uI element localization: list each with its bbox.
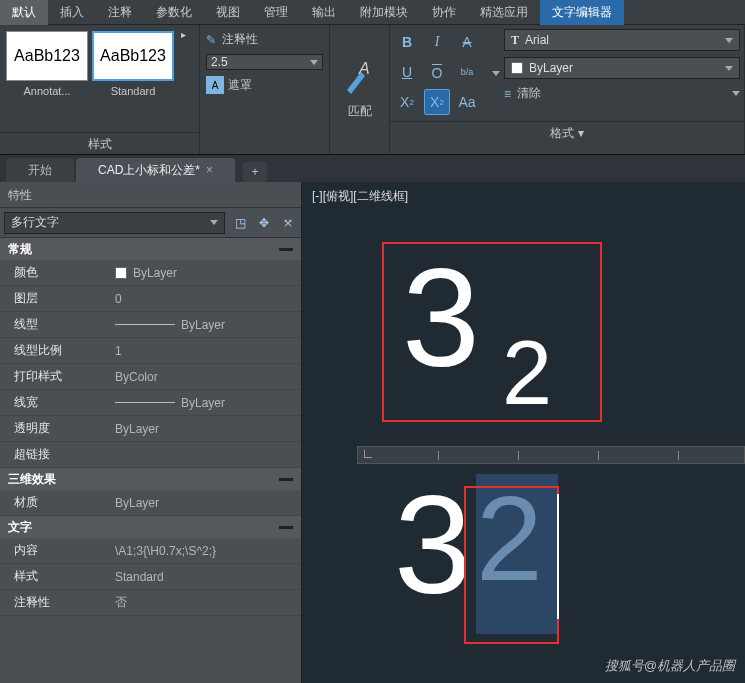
scale-value: 2.5: [211, 55, 228, 69]
property-value[interactable]: \A1;3{\H0.7x;\S^2;}: [115, 544, 301, 558]
quick-select-icon[interactable]: ◳: [231, 214, 249, 232]
case-dropdown-icon[interactable]: [492, 71, 500, 76]
property-row[interactable]: 线宽ByLayer: [0, 390, 301, 416]
property-row[interactable]: 线型ByLayer: [0, 312, 301, 338]
property-row[interactable]: 图层0: [0, 286, 301, 312]
menu-view[interactable]: 视图: [204, 0, 252, 25]
font-value: Arial: [525, 33, 549, 47]
property-value[interactable]: 1: [115, 344, 301, 358]
strike-icon[interactable]: A: [454, 29, 480, 55]
color-select[interactable]: ByLayer: [504, 57, 740, 79]
dropdown-icon: [725, 66, 733, 71]
property-row[interactable]: 内容\A1;3{\H0.7x;\S^2;}: [0, 538, 301, 564]
annotative-label: 注释性: [222, 31, 258, 48]
scale-select[interactable]: 2.5: [206, 54, 323, 70]
property-row[interactable]: 透明度ByLayer: [0, 416, 301, 442]
document-tabs: 开始 CAD上小标和公差* × +: [0, 155, 745, 182]
viewport-label[interactable]: [-][俯视][二维线框]: [312, 188, 408, 205]
tab-document[interactable]: CAD上小标和公差* ×: [76, 158, 235, 182]
object-type-value: 多行文字: [11, 214, 59, 231]
menu-default[interactable]: 默认: [0, 0, 48, 25]
section-general[interactable]: 常规: [0, 238, 301, 260]
menu-featured[interactable]: 精选应用: [468, 0, 540, 25]
property-label: 样式: [0, 568, 115, 585]
property-value[interactable]: ByLayer: [115, 266, 301, 280]
mask-icon[interactable]: A: [206, 76, 224, 94]
tab-start[interactable]: 开始: [6, 158, 74, 182]
style-standard[interactable]: AaBb123: [92, 31, 174, 81]
property-value[interactable]: ByColor: [115, 370, 301, 384]
highlight-box-2: [464, 486, 559, 644]
property-row[interactable]: 注释性否: [0, 590, 301, 616]
text-editor-ruler[interactable]: [357, 446, 745, 464]
panel-format-title[interactable]: 格式 ▾: [390, 121, 744, 143]
property-value[interactable]: ByLayer: [115, 318, 301, 332]
panel-styles-title: 样式: [0, 132, 199, 154]
ribbon: AaBb123 Annotat... AaBb123 Standard ▸ 样式…: [0, 25, 745, 155]
object-type-select[interactable]: 多行文字: [4, 212, 225, 234]
menu-annotate[interactable]: 注释: [96, 0, 144, 25]
changecase-icon[interactable]: Aa: [454, 89, 480, 115]
menu-output[interactable]: 输出: [300, 0, 348, 25]
menu-collab[interactable]: 协作: [420, 0, 468, 25]
panel-annotation: ✎ 注释性 2.5 A 遮罩: [200, 25, 330, 154]
tab-document-label: CAD上小标和公差*: [98, 158, 200, 182]
style-annotative[interactable]: AaBb123: [6, 31, 88, 81]
section-effect-label: 三维效果: [8, 471, 56, 488]
toggle-pick-icon[interactable]: ⤧: [279, 214, 297, 232]
overline-icon[interactable]: O: [424, 59, 450, 85]
italic-icon[interactable]: I: [424, 29, 450, 55]
collapse-icon: [279, 248, 293, 251]
main-area: 特性 多行文字 ◳ ✥ ⤧ 常规 颜色ByLayer图层0线型ByLayer线型…: [0, 182, 745, 683]
property-row[interactable]: 超链接: [0, 442, 301, 468]
color-swatch-icon: [511, 62, 523, 74]
drawing-canvas[interactable]: [-][俯视][二维线框] 3 2 3 2: [302, 182, 745, 683]
property-row[interactable]: 打印样式ByColor: [0, 364, 301, 390]
mtext-edit-area[interactable]: 3 2: [394, 464, 694, 634]
subscript-icon[interactable]: X2: [424, 89, 450, 115]
property-label: 线宽: [0, 394, 115, 411]
property-row[interactable]: 材质ByLayer: [0, 490, 301, 516]
bold-icon[interactable]: B: [394, 29, 420, 55]
stack-icon[interactable]: b/a: [454, 59, 480, 85]
style-annotative-label: Annotat...: [4, 85, 90, 103]
property-value[interactable]: ByLayer: [115, 396, 301, 410]
match-label: 匹配: [348, 103, 372, 120]
property-label: 注释性: [0, 594, 115, 611]
property-value[interactable]: ByLayer: [115, 422, 301, 436]
property-label: 透明度: [0, 420, 115, 437]
rendered-main-text: 3: [402, 237, 480, 399]
property-label: 内容: [0, 542, 115, 559]
property-value[interactable]: 0: [115, 292, 301, 306]
text-cursor: [557, 494, 559, 619]
menu-addons[interactable]: 附加模块: [348, 0, 420, 25]
collapse-icon: [279, 478, 293, 481]
section-3d-effect[interactable]: 三维效果: [0, 468, 301, 490]
annotative-icon: ✎: [206, 33, 216, 47]
superscript-icon[interactable]: X2: [394, 89, 420, 115]
dropdown-icon: [210, 220, 218, 225]
property-row[interactable]: 线型比例1: [0, 338, 301, 364]
dropdown-icon[interactable]: [732, 91, 740, 96]
clear-label[interactable]: 清除: [517, 85, 541, 102]
pick-object-icon[interactable]: ✥: [255, 214, 273, 232]
property-value[interactable]: ByLayer: [115, 496, 301, 510]
property-row[interactable]: 样式Standard: [0, 564, 301, 590]
menu-manage[interactable]: 管理: [252, 0, 300, 25]
menu-parametric[interactable]: 参数化: [144, 0, 204, 25]
font-select[interactable]: T Arial: [504, 29, 740, 51]
menu-text-editor[interactable]: 文字编辑器: [540, 0, 624, 25]
menu-insert[interactable]: 插入: [48, 0, 96, 25]
styles-expand-icon[interactable]: ▸: [176, 29, 190, 40]
property-row[interactable]: 颜色ByLayer: [0, 260, 301, 286]
new-tab-button[interactable]: +: [243, 162, 267, 182]
clear-format-icon[interactable]: ≡: [504, 87, 511, 101]
properties-header: 特性: [0, 182, 301, 208]
close-tab-icon[interactable]: ×: [206, 158, 213, 182]
underline-icon[interactable]: U: [394, 59, 420, 85]
section-text[interactable]: 文字: [0, 516, 301, 538]
property-value[interactable]: 否: [115, 594, 301, 611]
properties-panel: 特性 多行文字 ◳ ✥ ⤧ 常规 颜色ByLayer图层0线型ByLayer线型…: [0, 182, 302, 683]
property-value[interactable]: Standard: [115, 570, 301, 584]
match-button[interactable]: A: [340, 59, 380, 99]
